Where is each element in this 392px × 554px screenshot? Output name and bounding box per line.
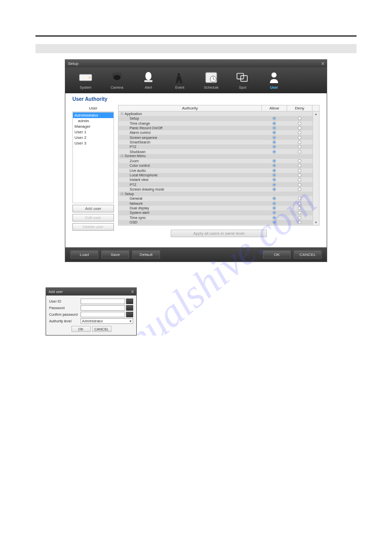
allow-radio[interactable]	[272, 126, 276, 130]
tab-user[interactable]: User	[264, 71, 284, 89]
save-button[interactable]: Save	[101, 250, 129, 258]
default-button[interactable]: Default	[132, 250, 160, 258]
deny-radio[interactable]	[298, 122, 301, 125]
deny-radio[interactable]	[298, 173, 301, 177]
allow-radio[interactable]	[272, 216, 276, 219]
load-button[interactable]: Load	[70, 250, 98, 258]
allow-radio[interactable]	[272, 173, 276, 177]
deny-radio[interactable]	[298, 140, 301, 144]
add-user-button[interactable]: Add user	[72, 205, 114, 212]
keyboard-icon[interactable]	[126, 299, 133, 304]
delete-user-button[interactable]: Delete user	[72, 223, 114, 231]
user-list-item[interactable]: Administrator	[73, 113, 113, 118]
keyboard-icon[interactable]	[126, 305, 133, 311]
allow-radio[interactable]	[272, 145, 276, 149]
keyboard-icon[interactable]	[126, 312, 133, 317]
edit-user-button[interactable]: Edit user	[72, 214, 114, 221]
apply-all-button[interactable]: Apply all users in same level	[171, 230, 267, 237]
deny-radio[interactable]	[298, 202, 301, 205]
allow-radio[interactable]	[272, 211, 276, 214]
collapse-icon[interactable]: ⊟	[121, 112, 124, 116]
allow-radio[interactable]	[272, 220, 276, 224]
close-icon[interactable]: X	[322, 61, 324, 66]
allow-radio[interactable]	[272, 150, 276, 154]
user-list-item[interactable]: admin	[73, 118, 113, 124]
input-user-id[interactable]	[81, 299, 125, 304]
deny-radio[interactable]	[298, 126, 301, 130]
user-list-item[interactable]: User 1	[73, 129, 113, 135]
deny-radio[interactable]	[298, 188, 301, 191]
collapse-icon[interactable]: ⊟	[121, 154, 124, 158]
authority-label: PTZ	[119, 183, 261, 187]
allow-radio[interactable]	[272, 140, 276, 144]
svg-rect-4	[144, 80, 152, 82]
allow-radio[interactable]	[272, 159, 276, 163]
collapse-icon[interactable]: ⊟	[121, 192, 124, 196]
col-allow: Allow	[261, 105, 287, 111]
allow-radio[interactable]	[272, 225, 276, 226]
user-list[interactable]: AdministratoradminManagerUser 1User 2Use…	[72, 112, 114, 203]
tab-spot[interactable]: Spot	[232, 71, 253, 89]
tab-alert[interactable]: Alert	[138, 71, 159, 89]
scrollbar[interactable]: ▴ ▾	[312, 112, 319, 225]
tab-label: User	[270, 86, 278, 89]
deny-radio[interactable]	[298, 206, 301, 210]
deny-radio[interactable]	[298, 117, 301, 120]
allow-radio[interactable]	[272, 183, 276, 187]
dialog-cancel-button[interactable]: CANCEL	[92, 326, 111, 332]
allow-radio[interactable]	[272, 122, 276, 125]
user-list-item[interactable]: Manager	[73, 124, 113, 129]
deny-radio[interactable]	[298, 211, 301, 214]
allow-radio[interactable]	[272, 117, 276, 120]
allow-radio[interactable]	[272, 197, 276, 200]
label-user-id: User ID	[49, 300, 81, 303]
authority-row: Zoom	[119, 159, 319, 163]
deny-radio[interactable]	[298, 145, 301, 149]
input-confirm-password[interactable]	[81, 312, 125, 317]
col-authority: Authority	[119, 105, 261, 111]
deny-radio[interactable]	[298, 216, 301, 219]
scroll-down-icon[interactable]: ▾	[315, 220, 317, 225]
allow-radio[interactable]	[272, 202, 276, 205]
allow-radio[interactable]	[272, 188, 276, 191]
authority-row: Shutdown	[119, 149, 319, 154]
tab-event[interactable]: Event	[170, 71, 190, 89]
allow-radio[interactable]	[272, 169, 276, 172]
authority-label: ⊟Setup	[119, 192, 261, 196]
tab-system[interactable]: System	[75, 71, 96, 89]
allow-radio[interactable]	[272, 206, 276, 210]
deny-radio[interactable]	[298, 150, 301, 154]
allow-radio[interactable]	[272, 164, 276, 167]
deny-radio[interactable]	[298, 225, 301, 226]
tab-schedule[interactable]: Schedule	[201, 71, 221, 89]
deny-radio[interactable]	[298, 178, 301, 181]
scroll-up-icon[interactable]: ▴	[315, 112, 317, 116]
allow-radio[interactable]	[272, 178, 276, 181]
svg-point-5	[178, 73, 180, 76]
allow-radio[interactable]	[272, 131, 276, 134]
deny-radio[interactable]	[298, 159, 301, 163]
input-password[interactable]	[81, 305, 125, 311]
dialog-ok-button[interactable]: OK	[71, 326, 91, 332]
user-list-item[interactable]: User 2	[73, 135, 113, 140]
authority-label: Instant view	[119, 178, 261, 181]
user-list-item[interactable]: User 3	[73, 140, 113, 146]
tab-camera[interactable]: Camera	[107, 71, 127, 89]
deny-radio[interactable]	[298, 183, 301, 187]
close-icon[interactable]: X	[131, 290, 134, 293]
deny-radio[interactable]	[298, 220, 301, 224]
authority-row: Time sync	[119, 215, 319, 220]
window-title: Setup	[68, 61, 79, 66]
authority-row: Live audio	[119, 168, 319, 173]
svg-rect-8	[237, 73, 244, 79]
cancel-button[interactable]: CANCEL	[294, 250, 322, 258]
select-authority-level[interactable]: Administrator ▾	[81, 318, 133, 324]
tab-label: Schedule	[204, 86, 218, 89]
deny-radio[interactable]	[298, 197, 301, 200]
ok-button[interactable]: OK	[263, 250, 291, 258]
deny-radio[interactable]	[298, 164, 301, 167]
allow-radio[interactable]	[272, 136, 276, 139]
deny-radio[interactable]	[298, 136, 301, 139]
deny-radio[interactable]	[298, 169, 301, 172]
deny-radio[interactable]	[298, 131, 301, 134]
